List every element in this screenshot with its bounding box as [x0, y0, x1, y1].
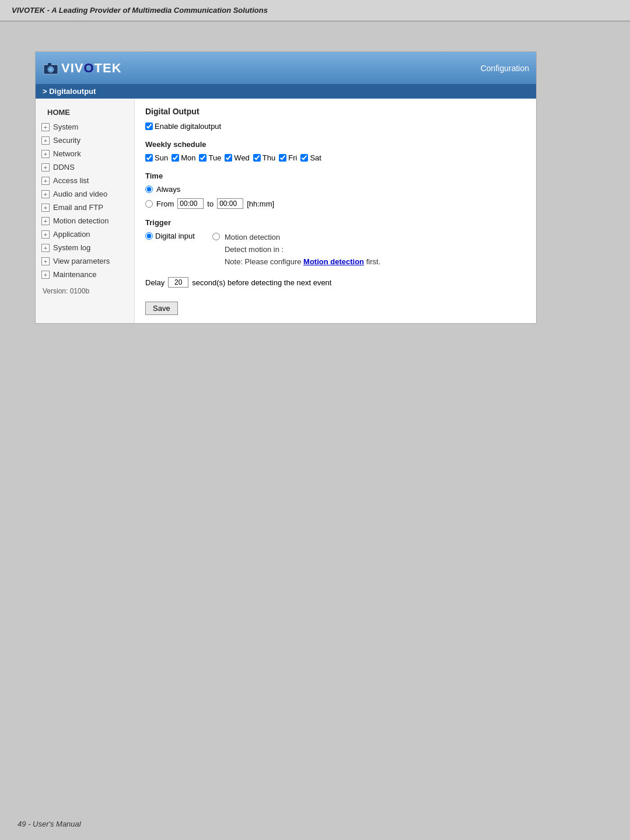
- time-from-input[interactable]: [177, 198, 204, 209]
- save-button[interactable]: Save: [145, 302, 178, 315]
- time-always-row: Always: [145, 185, 526, 194]
- main-content: Digital Output Enable digitaloutput Week…: [135, 99, 536, 323]
- trigger-digital-item: Digital input: [145, 232, 195, 240]
- day-sat: Sat: [300, 153, 321, 162]
- label-fri: Fri: [288, 153, 297, 162]
- sidebar-item-maintenance[interactable]: + Maintenance: [36, 268, 134, 281]
- sidebar-label-motion: Motion detection: [53, 216, 108, 225]
- checkbox-mon[interactable]: [172, 154, 179, 162]
- trigger-row: Digital input Motion detection Detect mo…: [145, 232, 526, 268]
- sidebar-item-system[interactable]: + System: [36, 120, 134, 134]
- days-row: Sun Mon Tue Wed: [145, 153, 526, 162]
- day-sun: Sun: [145, 153, 168, 162]
- time-to-label: to: [207, 200, 214, 208]
- sidebar-item-motion-detection[interactable]: + Motion detection: [36, 214, 134, 228]
- day-thu: Thu: [253, 153, 275, 162]
- trigger-digital-label: Digital input: [155, 232, 195, 240]
- expand-icon-ddns: +: [41, 163, 50, 172]
- save-container: Save: [145, 296, 526, 315]
- expand-icon-system-log: +: [41, 244, 50, 252]
- logo-tek: TEK: [94, 61, 122, 75]
- delay-suffix: second(s) before detecting the next even…: [192, 278, 331, 287]
- sidebar-item-ddns[interactable]: + DDNS: [36, 160, 134, 174]
- radio-motion-detection[interactable]: [212, 233, 220, 240]
- sidebar-label-access-list: Access list: [53, 176, 89, 185]
- motion-detection-link[interactable]: Motion detection: [303, 257, 364, 266]
- time-from-row: From to [hh:mm]: [145, 198, 526, 209]
- radio-always[interactable]: [145, 186, 153, 193]
- weekly-schedule-section: Weekly schedule Sun Mon Tue: [145, 140, 526, 162]
- sidebar-label-maintenance: Maintenance: [53, 270, 96, 279]
- expand-icon-application: +: [41, 230, 50, 239]
- panel-body: HOME + System + Security + Network + DDN…: [36, 99, 536, 323]
- sidebar-label-view-params: View parameters: [53, 257, 110, 265]
- expand-icon-email-ftp: +: [41, 204, 50, 212]
- sidebar-item-system-log[interactable]: + System log: [36, 241, 134, 254]
- trigger-title: Trigger: [145, 218, 526, 227]
- camera-icon: [43, 60, 59, 76]
- expand-icon-maintenance: +: [41, 271, 50, 279]
- panel-header: VIVOTEK Configuration: [36, 52, 536, 84]
- sidebar-item-access-list[interactable]: + Access list: [36, 174, 134, 187]
- delay-row: Delay second(s) before detecting the nex…: [145, 277, 526, 288]
- expand-icon-network: +: [41, 150, 50, 158]
- checkbox-sun[interactable]: [145, 154, 153, 162]
- time-to-input[interactable]: [217, 198, 243, 209]
- enable-digitaloutput-label: Enable digitaloutput: [155, 122, 221, 131]
- logo-area: VIVOTEK: [43, 60, 122, 76]
- sidebar-version: Version: 0100b: [36, 281, 134, 298]
- sidebar-item-email-ftp[interactable]: + Email and FTP: [36, 201, 134, 214]
- enable-digitaloutput-checkbox[interactable]: [145, 123, 153, 130]
- main-area: VIVOTEK Configuration > Digitaloutput HO…: [0, 34, 630, 341]
- checkbox-wed[interactable]: [225, 154, 232, 162]
- detect-motion-label: Detect motion in :: [225, 245, 284, 254]
- enable-digitaloutput-item: Enable digitaloutput: [145, 122, 526, 131]
- expand-icon-motion: +: [41, 217, 50, 225]
- label-wed: Wed: [234, 153, 250, 162]
- checkbox-fri[interactable]: [279, 154, 286, 162]
- sidebar-item-view-params[interactable]: + View parameters: [36, 254, 134, 268]
- time-title: Time: [145, 172, 526, 180]
- weekly-schedule-title: Weekly schedule: [145, 140, 526, 149]
- checkbox-tue[interactable]: [199, 154, 206, 162]
- logo-o: O: [83, 61, 94, 75]
- note-text: Note: Please configure: [225, 257, 303, 266]
- delay-input[interactable]: [168, 277, 188, 288]
- sidebar-item-audio-video[interactable]: + Audio and video: [36, 187, 134, 201]
- time-from-label: From: [156, 200, 174, 208]
- radio-from[interactable]: [145, 200, 153, 208]
- page-footer: 49 - User's Manual: [18, 820, 81, 828]
- day-wed: Wed: [225, 153, 250, 162]
- footer-text: 49 - User's Manual: [18, 820, 81, 828]
- breadcrumb-text: > Digitaloutput: [43, 87, 96, 96]
- sidebar-home[interactable]: HOME: [36, 104, 134, 120]
- time-section: Time Always From to [hh:mm]: [145, 172, 526, 209]
- sidebar-label-network: Network: [53, 149, 81, 158]
- time-format-label: [hh:mm]: [247, 200, 274, 208]
- label-sun: Sun: [155, 153, 168, 162]
- svg-point-2: [49, 68, 52, 71]
- radio-digital-input[interactable]: [145, 232, 153, 240]
- config-label: Configuration: [481, 64, 529, 73]
- digital-output-title: Digital Output: [145, 107, 526, 116]
- checkbox-thu[interactable]: [253, 154, 261, 162]
- sidebar-item-application[interactable]: + Application: [36, 228, 134, 241]
- sidebar-label-system-log: System log: [53, 243, 90, 252]
- sidebar-label-system: System: [53, 123, 78, 131]
- label-mon: Mon: [181, 153, 195, 162]
- logo-viv: VIV: [61, 61, 83, 75]
- label-tue: Tue: [208, 153, 221, 162]
- sidebar-label-ddns: DDNS: [53, 163, 75, 172]
- trigger-motion-label: Motion detection: [225, 233, 280, 242]
- sidebar-label-security: Security: [53, 136, 80, 145]
- expand-icon-security: +: [41, 136, 50, 145]
- logo-text: VIVOTEK: [61, 61, 122, 76]
- day-mon: Mon: [172, 153, 195, 162]
- sidebar-item-security[interactable]: + Security: [36, 134, 134, 147]
- sidebar-item-network[interactable]: + Network: [36, 147, 134, 160]
- breadcrumb-bar: > Digitaloutput: [36, 84, 536, 99]
- checkbox-sat[interactable]: [300, 154, 308, 162]
- tagline: VIVOTEK - A Leading Provider of Multimed…: [12, 6, 268, 15]
- label-sat: Sat: [310, 153, 321, 162]
- motion-sub-content: Motion detection Detect motion in : Note…: [225, 232, 380, 268]
